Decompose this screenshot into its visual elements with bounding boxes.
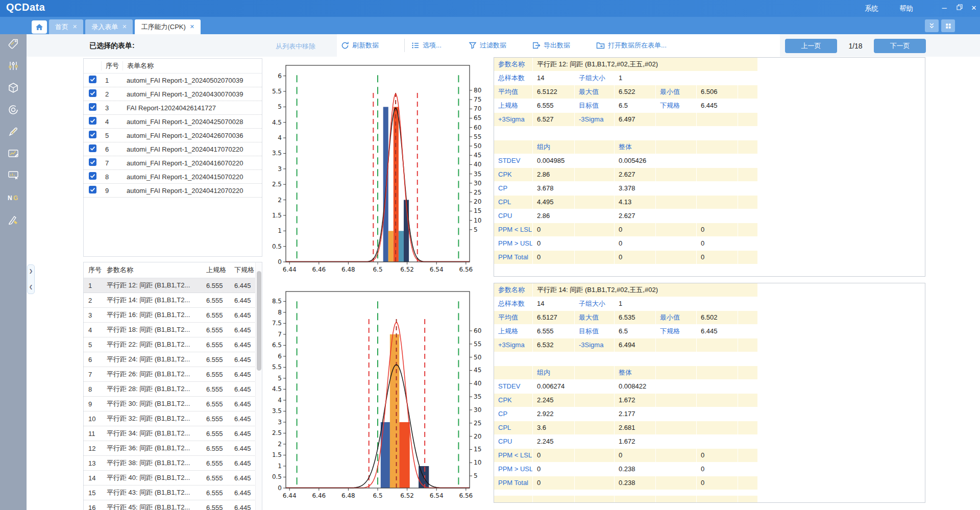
- checkbox[interactable]: [89, 103, 96, 112]
- svg-text:10: 10: [474, 217, 481, 224]
- form-name: automi_FAI Report-1_20240416070220: [122, 159, 262, 167]
- form-list-item[interactable]: 3FAI Report-120240426141727: [84, 101, 262, 115]
- stats-value: 6.5122: [533, 85, 574, 99]
- minimize-icon[interactable]: ─: [938, 3, 950, 13]
- param-table-scrollbar[interactable]: [255, 262, 262, 510]
- menu-help[interactable]: 帮助: [899, 4, 913, 13]
- stats-value: 1: [615, 71, 655, 85]
- form-list-item[interactable]: 9automi_FAI Report-1_20240412070220: [84, 184, 262, 198]
- param-usl: 6.555: [206, 282, 234, 289]
- stats-metric-label: CPK: [494, 394, 532, 407]
- tag-icon[interactable]: [7, 38, 19, 50]
- form-list-item[interactable]: 1automi_FAI Report-1_20240502070039: [84, 74, 262, 87]
- cube-icon[interactable]: [7, 82, 19, 94]
- panel-collapse-handle[interactable]: ❯ ❮: [27, 264, 35, 294]
- param-name: 平行距 14: 间距 (B1,B1,T2...: [107, 296, 206, 305]
- stats-empty: [738, 325, 757, 338]
- tab-grid-button[interactable]: [941, 19, 955, 32]
- restore-icon[interactable]: [953, 3, 966, 13]
- checkbox[interactable]: [89, 144, 96, 154]
- options-button[interactable]: 选项...: [411, 40, 442, 51]
- target-circle-icon[interactable]: [7, 104, 19, 116]
- stats-empty: [656, 127, 696, 140]
- form-list-item[interactable]: 4automi_FAI Report-1_20240425070028: [84, 115, 262, 129]
- parameter-row[interactable]: 16平行距 45: 间距 (B1,B1,T2...6.5556.445: [84, 500, 257, 510]
- form-list-item[interactable]: 2automi_FAI Report-1_20240430070039: [84, 87, 262, 101]
- parameter-row[interactable]: 8平行距 28: 间距 (B1,B1,T2...6.5556.445: [84, 382, 257, 397]
- param-lsl: 6.445: [234, 415, 257, 423]
- parameter-row[interactable]: 13平行距 38: 间距 (B1,B1,T2...6.5556.445: [84, 456, 257, 471]
- parameter-row[interactable]: 3平行距 16: 间距 (B1,B1,T2...6.5556.445: [84, 308, 257, 323]
- parameter-row[interactable]: 1平行距 12: 间距 (B1,B1,T2...6.5556.445: [84, 278, 257, 293]
- stats-overall-value: 2.627: [615, 209, 655, 223]
- parameter-row[interactable]: 7平行距 26: 间距 (B1,B1,T2...6.5556.445: [84, 367, 257, 382]
- next-page-button[interactable]: 下一页: [874, 39, 926, 53]
- stats-spacer-row: [494, 352, 925, 366]
- stats-metric-row: CPL4.4954.13: [494, 196, 925, 209]
- refresh-icon: [341, 41, 349, 50]
- open-source-form-button[interactable]: 打开数据所在表单...: [596, 40, 667, 51]
- checkbox[interactable]: [89, 117, 96, 126]
- sliders-icon[interactable]: [7, 60, 19, 72]
- tab-close-icon[interactable]: ✕: [190, 23, 194, 30]
- stats-value: [697, 71, 738, 85]
- parameter-row[interactable]: 10平行距 32: 间距 (B1,B1,T2...6.5556.445: [84, 411, 257, 426]
- stats-param-name: 平行距 12: 间距 (B1,B1,T2,#02,王五,#02): [533, 58, 757, 71]
- qcdata-window: QCData 系统 帮助 ─ ✕ 首页✕录入表单✕工序能力(CPK)✕: [0, 0, 980, 510]
- form-list-item[interactable]: 8automi_FAI Report-1_20240415070220: [84, 170, 262, 184]
- parameter-row[interactable]: 15平行距 43: 间距 (B1,B1,T2...6.5556.445: [84, 485, 257, 500]
- remove-from-list-button[interactable]: 从列表中移除: [276, 42, 315, 51]
- checkbox[interactable]: [89, 158, 96, 167]
- stats-third-value: 0: [697, 237, 738, 250]
- filter-data-button[interactable]: 过滤数据: [469, 40, 506, 51]
- parameter-row[interactable]: 14平行距 40: 间距 (B1,B1,T2...6.5556.445: [84, 471, 257, 485]
- close-icon[interactable]: ✕: [968, 3, 980, 13]
- param-seq: 10: [84, 415, 107, 423]
- ng-icon[interactable]: N G: [7, 191, 19, 204]
- parameter-row[interactable]: 12平行距 36: 间距 (B1,B1,T2...6.5556.445: [84, 441, 257, 456]
- pencil-icon[interactable]: [7, 126, 19, 138]
- tabbar: 首页✕录入表单✕工序能力(CPK)✕: [0, 17, 980, 34]
- parameter-row[interactable]: 5平行距 22: 间距 (B1,B1,T2...6.5556.445: [84, 337, 257, 352]
- checkbox[interactable]: [89, 89, 96, 99]
- tab-close-icon[interactable]: ✕: [72, 23, 77, 30]
- checkbox[interactable]: [89, 186, 96, 195]
- checkbox[interactable]: [89, 76, 96, 85]
- home-tab-button[interactable]: [32, 20, 47, 34]
- tab-close-icon[interactable]: ✕: [122, 23, 127, 30]
- tab-2[interactable]: 工序能力(CPK)✕: [135, 19, 201, 34]
- parameter-row[interactable]: 2平行距 14: 间距 (B1,B1,T2...6.5556.445: [84, 293, 257, 308]
- parameter-row[interactable]: 11平行距 34: 间距 (B1,B1,T2...6.5556.445: [84, 426, 257, 441]
- stats-empty: [575, 127, 614, 140]
- form-name: automi_FAI Report-1_20240430070039: [122, 90, 262, 98]
- prev-page-button[interactable]: 上一页: [785, 39, 837, 53]
- parameter-row[interactable]: 4平行距 18: 间距 (B1,B1,T2...6.5556.445: [84, 323, 257, 337]
- refresh-data-button[interactable]: 刷新数据: [341, 40, 379, 51]
- tab-0[interactable]: 首页✕: [49, 19, 83, 34]
- pen-tools-icon[interactable]: [7, 213, 19, 226]
- param-name: 平行距 38: 间距 (B1,B1,T2...: [107, 458, 206, 468]
- checkbox-check-icon: [89, 131, 96, 138]
- checkbox[interactable]: [89, 131, 96, 140]
- stats-overall-value: 0.005426: [615, 154, 655, 167]
- scrollbar-thumb[interactable]: [257, 271, 261, 371]
- double-chevron-down-icon: [928, 22, 936, 30]
- form-list-item[interactable]: 5automi_FAI Report-1_20240426070036: [84, 129, 262, 142]
- menu-system[interactable]: 系统: [865, 4, 878, 13]
- export-data-button[interactable]: 导出数据: [532, 40, 570, 51]
- svg-text:6.5: 6.5: [373, 266, 382, 273]
- form-list-item[interactable]: 6automi_FAI Report-1_20240417070220: [84, 142, 262, 156]
- parameter-row[interactable]: 9平行距 30: 间距 (B1,B1,T2...6.5556.445: [84, 397, 257, 411]
- chart-edit-icon[interactable]: [7, 148, 19, 160]
- stats-within-header: 组内: [533, 140, 574, 154]
- tab-overflow-button[interactable]: [925, 19, 939, 32]
- tab-1[interactable]: 录入表单✕: [85, 19, 133, 34]
- form-list-item[interactable]: 7automi_FAI Report-1_20240416070220: [84, 156, 262, 170]
- stats-empty: [738, 366, 757, 379]
- stats-empty: [738, 352, 757, 366]
- parameter-row[interactable]: 6平行距 24: 间距 (B1,B1,T2...6.5556.445: [84, 352, 257, 367]
- stats-third-value: 0: [697, 463, 738, 476]
- checkbox[interactable]: [89, 172, 96, 181]
- chart-hand-icon[interactable]: [7, 169, 19, 182]
- stats-empty: [494, 140, 532, 154]
